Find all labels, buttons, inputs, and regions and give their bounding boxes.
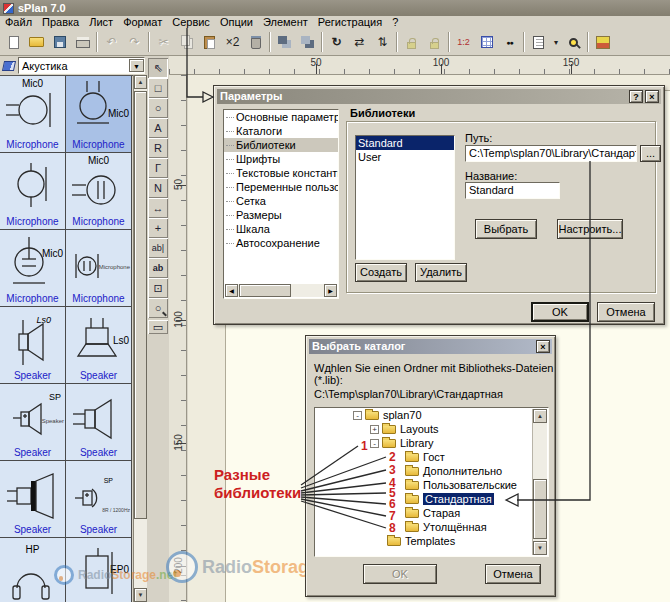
new-icon[interactable]	[2, 32, 25, 53]
tree-node-user[interactable]: Пользовательские	[315, 478, 548, 492]
close-button[interactable]: ×	[645, 90, 659, 103]
tree-node-standard[interactable]: Стандартная	[315, 492, 548, 506]
tree-item-fonts[interactable]: Шрифты	[224, 152, 338, 166]
zoom-tool[interactable]: ○	[148, 298, 168, 318]
text-tool[interactable]: ab|	[148, 238, 168, 258]
collapse-icon[interactable]: -	[353, 411, 362, 420]
browse-button[interactable]: ...	[640, 145, 661, 162]
open-icon[interactable]	[25, 32, 48, 53]
cut-icon[interactable]: ✂	[152, 32, 175, 53]
menu-registration[interactable]: Регистрация	[313, 16, 387, 29]
tree-node-splan70[interactable]: - splan70	[315, 408, 548, 422]
send-back-icon[interactable]	[296, 32, 319, 53]
expand-icon[interactable]: +	[370, 425, 379, 434]
undo-icon[interactable]: ↶	[100, 32, 123, 53]
paste-icon[interactable]	[198, 32, 221, 53]
menu-options[interactable]: Опции	[215, 16, 258, 29]
cancel-button[interactable]: Отмена	[597, 302, 655, 322]
rectangle-tool[interactable]: □	[148, 78, 168, 98]
dimension-tool[interactable]: ↔	[148, 198, 168, 218]
print-icon[interactable]	[71, 32, 94, 53]
tree-item-sizes[interactable]: Размеры	[224, 208, 338, 222]
list-item-user[interactable]: User	[356, 150, 454, 164]
chevron-down-icon[interactable]: ▼	[129, 59, 144, 72]
textbox-tool[interactable]: ab	[148, 258, 168, 278]
sheet-icon[interactable]	[527, 32, 550, 53]
name-input[interactable]: Standard	[465, 182, 560, 199]
close-button[interactable]: ×	[536, 340, 550, 353]
tree-item-user-variables[interactable]: Переменные пользоват.	[224, 180, 338, 194]
dimension-icon[interactable]: 1:2	[452, 32, 475, 53]
help-button[interactable]: ?	[629, 90, 643, 103]
folder-tree-scrollbar[interactable]: ▲ ▼	[532, 409, 547, 555]
tree-horizontal-scrollbar[interactable]: ◀ ▶	[225, 284, 337, 297]
select-button[interactable]: Выбрать	[475, 219, 537, 239]
tree-item-text-constants[interactable]: Текстовые константы	[224, 166, 338, 180]
collapse-icon[interactable]: -	[370, 439, 379, 448]
tree-node-gost[interactable]: Гост	[315, 450, 548, 464]
tree-item-general[interactable]: Основные параметры	[224, 110, 338, 124]
ruler-tool[interactable]: ▭	[148, 320, 168, 334]
scroll-right-icon[interactable]: ▶	[324, 284, 337, 297]
scrollbar-thumb[interactable]	[239, 284, 291, 297]
scroll-down-icon[interactable]: ▼	[533, 541, 547, 555]
library-cell-mic0-a[interactable]: Mic0 Microphone	[0, 76, 66, 153]
configure-button[interactable]: Настроить...	[557, 219, 623, 239]
export-icon[interactable]	[591, 32, 614, 53]
polyline-tool[interactable]: Γ	[148, 158, 168, 178]
scroll-up-icon[interactable]: ▲	[533, 409, 547, 423]
library-cell-mic0-d[interactable]: Mic0 Microphone	[66, 153, 132, 230]
tree-node-additional[interactable]: Дополнительно	[315, 464, 548, 478]
dropdown-arrow-icon[interactable]: ▾	[550, 32, 562, 53]
save-icon[interactable]	[48, 32, 71, 53]
library-cell-speaker-b[interactable]: Ls0 Speaker	[66, 307, 132, 384]
menu-service[interactable]: Сервис	[167, 16, 215, 29]
ellipse-tool[interactable]: ○	[148, 98, 168, 118]
node-tool[interactable]: +	[148, 218, 168, 238]
mirror-vertical-icon[interactable]: ⇅	[371, 32, 394, 53]
scroll-left-icon[interactable]: ◀	[225, 284, 238, 297]
tree-item-scale[interactable]: Шкала	[224, 222, 338, 236]
mirror-horizontal-icon[interactable]: ⇄	[348, 32, 371, 53]
tree-item-grid[interactable]: Сетка	[224, 194, 338, 208]
rotate-icon[interactable]: ↻	[325, 32, 348, 53]
bezier-tool[interactable]: R	[148, 138, 168, 158]
grid-icon[interactable]	[475, 32, 498, 53]
copy-icon[interactable]	[175, 32, 198, 53]
library-cell-earphone[interactable]: EP0	[66, 538, 132, 602]
list-item-standard[interactable]: Standard	[356, 136, 454, 150]
library-cell-mic-small[interactable]: Microphone Microphone	[66, 230, 132, 307]
duplicate-icon[interactable]: ×2	[221, 32, 244, 53]
tree-node-old[interactable]: Старая	[315, 506, 548, 520]
scrollbar-thumb[interactable]	[134, 91, 147, 519]
unlock-icon[interactable]	[423, 32, 446, 53]
tree-node-library[interactable]: - Library	[315, 436, 548, 450]
menu-element[interactable]: Элемент	[258, 16, 313, 29]
select-tool[interactable]: ⇖	[148, 58, 168, 78]
curve-tool[interactable]: N	[148, 178, 168, 198]
create-button[interactable]: Создать	[355, 263, 407, 282]
delete-icon[interactable]	[244, 32, 267, 53]
library-cell-speaker-d[interactable]: Speaker	[66, 384, 132, 461]
delete-button[interactable]: Удалить	[415, 263, 467, 282]
ok-button[interactable]: OK	[363, 564, 437, 584]
library-scrollbar[interactable]: ▲ ▼	[133, 75, 147, 602]
library-cell-mic0-e[interactable]: Mic0 Microphone	[0, 230, 66, 307]
zoom-icon[interactable]	[562, 32, 585, 53]
menu-sheet[interactable]: Лист	[84, 16, 118, 29]
tree-item-autosave[interactable]: Автосохранение	[224, 236, 338, 250]
folder-dialog-titlebar[interactable]: Выбрать каталог	[309, 339, 552, 354]
library-cell-piezo[interactable]: SP 8R / 1200Hz Speaker	[66, 461, 132, 538]
library-cell-speaker-e[interactable]: Speaker	[0, 461, 66, 538]
menu-file[interactable]: Файл	[0, 16, 37, 29]
library-cell-speaker-a[interactable]: Ls0 Speaker	[0, 307, 66, 384]
scroll-up-icon[interactable]: ▲	[134, 75, 147, 89]
tree-node-templates[interactable]: Templates	[315, 534, 548, 548]
library-combobox[interactable]: Акустика ▼	[18, 57, 145, 74]
lock-icon[interactable]	[400, 32, 423, 53]
redo-icon[interactable]: ↷	[123, 32, 146, 53]
library-cell-headphone[interactable]: HP >32R	[0, 538, 66, 602]
cancel-button[interactable]: Отмена	[485, 564, 541, 584]
library-cell-speaker-c[interactable]: SP Speaker Speaker	[0, 384, 66, 461]
text-path-tool[interactable]: A	[148, 118, 168, 138]
